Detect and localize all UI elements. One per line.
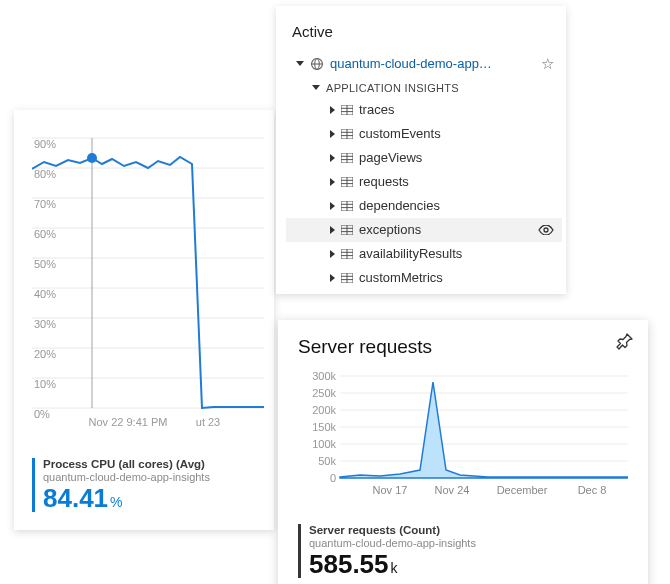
- cpu-metric-card: 90%80% 70%60% 50%40% 30%20% 10%0% Nov 22…: [14, 110, 274, 530]
- tree-app-label: quantum-cloud-demo-app…: [330, 52, 535, 76]
- svg-text:0: 0: [330, 472, 336, 484]
- table-icon: [341, 225, 353, 235]
- tree-item-traces[interactable]: traces: [286, 98, 562, 122]
- svg-text:Nov 24: Nov 24: [435, 484, 470, 496]
- svg-text:Nov 17: Nov 17: [373, 484, 408, 496]
- svg-text:100k: 100k: [312, 438, 336, 450]
- chevron-right-icon: [330, 250, 335, 258]
- tree-item-customevents[interactable]: customEvents: [286, 122, 562, 146]
- table-icon: [341, 153, 353, 163]
- tree-item-pageviews[interactable]: pageViews: [286, 146, 562, 170]
- table-icon: [341, 249, 353, 259]
- cpu-chart-marker-label: Nov 22 9:41 PM: [89, 416, 168, 428]
- svg-text:150k: 150k: [312, 421, 336, 433]
- table-icon: [341, 129, 353, 139]
- tree-item-dependencies[interactable]: dependencies: [286, 194, 562, 218]
- server-requests-title: Server requests: [298, 336, 630, 358]
- server-requests-metric-subtitle: quantum-cloud-demo-app-insights: [309, 537, 630, 549]
- svg-text:90%: 90%: [34, 138, 56, 150]
- svg-text:30%: 30%: [34, 318, 56, 330]
- active-heading: Active: [292, 18, 562, 46]
- chevron-right-icon: [330, 274, 335, 282]
- chevron-down-icon: [296, 61, 304, 66]
- chevron-right-icon: [330, 130, 335, 138]
- cpu-chart[interactable]: 90%80% 70%60% 50%40% 30%20% 10%0% Nov 22…: [32, 128, 264, 440]
- cpu-metric-subtitle: quantum-cloud-demo-app-insights: [43, 471, 256, 483]
- svg-point-21: [87, 153, 97, 163]
- server-requests-metric-block: Server requests (Count) quantum-cloud-de…: [298, 524, 630, 578]
- chevron-right-icon: [330, 202, 335, 210]
- cpu-metric-title: Process CPU (all cores) (Avg): [43, 458, 256, 471]
- server-requests-card: Server requests 300k250k 200k150k 100k50…: [278, 320, 648, 584]
- table-icon: [341, 201, 353, 211]
- server-requests-metric-title: Server requests (Count): [309, 524, 630, 537]
- svg-text:70%: 70%: [34, 198, 56, 210]
- globe-icon: [310, 57, 324, 71]
- svg-text:10%: 10%: [34, 378, 56, 390]
- chevron-right-icon: [330, 154, 335, 162]
- star-icon[interactable]: ☆: [541, 50, 554, 78]
- svg-text:300k: 300k: [312, 370, 336, 382]
- eye-icon[interactable]: [538, 225, 554, 235]
- chevron-right-icon: [330, 106, 335, 114]
- tree-section-label: APPLICATION INSIGHTS: [326, 78, 554, 98]
- tree-app-node[interactable]: quantum-cloud-demo-app… ☆: [286, 50, 562, 78]
- chevron-down-icon: [312, 85, 320, 90]
- svg-text:0%: 0%: [34, 408, 50, 420]
- active-tree-panel: Active quantum-cloud-demo-app… ☆ APPLICA…: [276, 6, 566, 294]
- chevron-right-icon: [330, 178, 335, 186]
- svg-text:60%: 60%: [34, 228, 56, 240]
- tree-item-availability[interactable]: availabilityResults: [286, 242, 562, 266]
- cpu-metric-block: Process CPU (all cores) (Avg) quantum-cl…: [32, 458, 256, 512]
- svg-text:20%: 20%: [34, 348, 56, 360]
- tree-item-requests[interactable]: requests: [286, 170, 562, 194]
- table-icon: [341, 105, 353, 115]
- svg-text:80%: 80%: [34, 168, 56, 180]
- cpu-metric-value: 84.41%: [43, 485, 256, 512]
- chevron-right-icon: [330, 226, 335, 234]
- svg-text:Dec 8: Dec 8: [578, 484, 607, 496]
- svg-text:200k: 200k: [312, 404, 336, 416]
- tree-section-app-insights[interactable]: APPLICATION INSIGHTS: [286, 78, 562, 98]
- tree-item-exceptions[interactable]: exceptions: [286, 218, 562, 242]
- cpu-chart-xtick: ut 23: [196, 416, 220, 428]
- svg-text:40%: 40%: [34, 288, 56, 300]
- server-requests-metric-value: 585.55k: [309, 551, 630, 578]
- server-requests-chart[interactable]: 300k250k 200k150k 100k50k 0 Nov 17 Nov 2…: [298, 366, 628, 506]
- svg-text:50%: 50%: [34, 258, 56, 270]
- svg-point-49: [544, 228, 548, 232]
- pin-icon[interactable]: [616, 332, 634, 350]
- svg-text:December: December: [497, 484, 548, 496]
- table-icon: [341, 177, 353, 187]
- table-icon: [341, 273, 353, 283]
- svg-text:250k: 250k: [312, 387, 336, 399]
- tree-item-custommetrics[interactable]: customMetrics: [286, 266, 562, 290]
- svg-text:50k: 50k: [318, 455, 336, 467]
